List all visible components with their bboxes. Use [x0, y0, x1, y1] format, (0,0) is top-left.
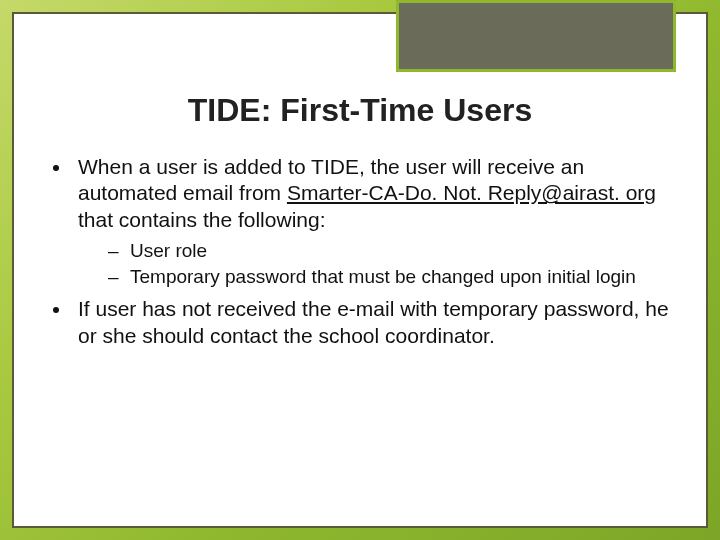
decorative-corner-box	[396, 0, 676, 72]
bullet-list: When a user is added to TIDE, the user w…	[44, 154, 676, 349]
bullet-1-text-post: that contains the following:	[78, 208, 326, 231]
bullet-item-2: If user has not received the e-mail with…	[72, 296, 676, 349]
sub-bullet-1: User role	[108, 239, 676, 263]
sub-bullet-list: User role Temporary password that must b…	[78, 239, 676, 289]
sub-bullet-2: Temporary password that must be changed …	[108, 265, 676, 289]
slide-content: When a user is added to TIDE, the user w…	[44, 154, 676, 353]
slide-background: TIDE: First-Time Users When a user is ad…	[0, 0, 720, 540]
email-link[interactable]: Smarter-CA-Do. Not. Reply@airast. org	[287, 181, 656, 204]
bullet-item-1: When a user is added to TIDE, the user w…	[72, 154, 676, 288]
slide-inner-frame: TIDE: First-Time Users When a user is ad…	[12, 12, 708, 528]
slide-title: TIDE: First-Time Users	[14, 92, 706, 129]
